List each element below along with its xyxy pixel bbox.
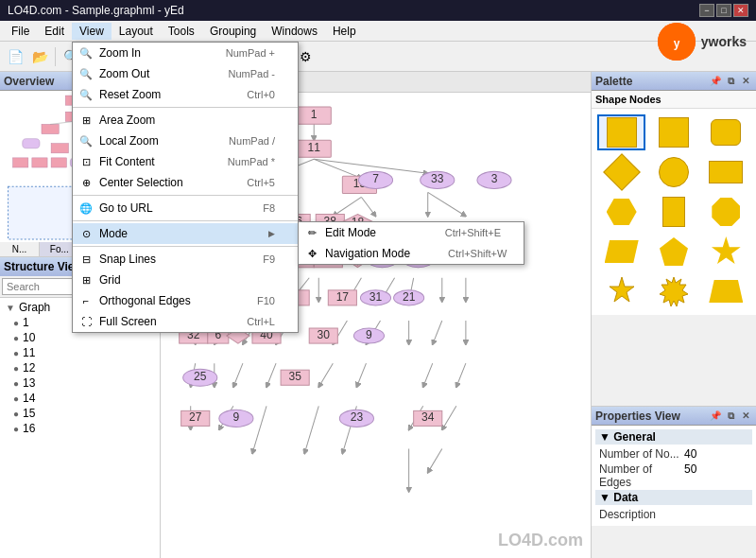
shape-para-icon bbox=[605, 240, 639, 263]
menu-zoom-out[interactable]: 🔍 Zoom Out NumPad - bbox=[73, 63, 298, 84]
menu-windows[interactable]: Windows bbox=[264, 23, 325, 40]
tree-node-icon-12: ● bbox=[13, 363, 19, 374]
shape-star6[interactable] bbox=[597, 273, 645, 309]
zoom-out-icon: 🔍 bbox=[78, 66, 94, 81]
maximize-button[interactable]: □ bbox=[716, 4, 731, 17]
shape-trapezoid[interactable] bbox=[702, 273, 750, 309]
svg-line-17 bbox=[50, 121, 74, 124]
svg-rect-10 bbox=[13, 158, 28, 167]
properties-title: Properties View bbox=[595, 410, 680, 423]
tree-label-graph: Graph bbox=[19, 301, 50, 314]
palette-title: Palette bbox=[595, 75, 632, 88]
menu-nav-mode[interactable]: ✥ Navigation Mode Ctrl+Shift+W bbox=[299, 243, 524, 264]
svg-line-69 bbox=[252, 406, 266, 453]
sep3 bbox=[73, 220, 298, 221]
svg-text:30: 30 bbox=[318, 328, 331, 341]
shape-rectangle-selected[interactable] bbox=[597, 114, 645, 150]
tree-item-13[interactable]: ● 13 bbox=[2, 375, 158, 391]
menu-edit-mode[interactable]: ✏ Edit Mode Ctrl+Shift+E bbox=[299, 222, 524, 243]
svg-line-74 bbox=[428, 449, 442, 473]
tree-item-16[interactable]: ● 16 bbox=[2, 421, 158, 436]
menu-tools[interactable]: Tools bbox=[161, 23, 202, 40]
open-button[interactable]: 📂 bbox=[28, 45, 51, 68]
sep2 bbox=[73, 195, 298, 196]
shape-circle[interactable] bbox=[649, 154, 697, 190]
menu-area-zoom[interactable]: ⊞ Area Zoom bbox=[73, 110, 298, 131]
watermark-text: LO4D.com bbox=[498, 531, 583, 549]
shape-star5[interactable] bbox=[702, 234, 750, 270]
shape-wide-icon bbox=[709, 161, 743, 183]
shape-circle-icon bbox=[659, 157, 689, 187]
shape-diamond[interactable] bbox=[597, 154, 645, 190]
shape-hexagon[interactable] bbox=[597, 194, 645, 230]
tree-label-15: 15 bbox=[23, 407, 35, 420]
tree-label-16: 16 bbox=[23, 422, 35, 435]
ortho-icon: ⌐ bbox=[78, 293, 94, 308]
general-section: ▼ General bbox=[595, 429, 752, 445]
menu-mode[interactable]: ⊙ Mode ✏ Edit Mode Ctrl+Shift+E ✥ Naviga… bbox=[73, 223, 298, 244]
palette-panel: Palette 📌 ⧉ ✕ Shape Nodes bbox=[592, 72, 756, 407]
shape-rectangle-2[interactable] bbox=[649, 114, 697, 150]
svg-text:3: 3 bbox=[491, 172, 498, 185]
tab-n[interactable]: N... bbox=[0, 242, 40, 256]
menu-zoom-in[interactable]: 🔍 Zoom In NumPad + bbox=[73, 43, 298, 63]
grid-menu-icon: ⊞ bbox=[78, 272, 94, 288]
palette-float-icon[interactable]: ⧉ bbox=[724, 75, 737, 88]
svg-text:27: 27 bbox=[189, 410, 202, 424]
local-zoom-icon: 🔍 bbox=[78, 133, 94, 148]
menu-orthogonal-edges[interactable]: ⌐ Orthogonal Edges F10 bbox=[73, 290, 298, 311]
shape-pentagon[interactable] bbox=[649, 234, 697, 270]
menu-grid[interactable]: ⊞ Grid bbox=[73, 270, 298, 290]
svg-line-62 bbox=[266, 363, 276, 387]
shape-star8-icon bbox=[658, 275, 690, 307]
props-float-icon[interactable]: ⧉ bbox=[724, 410, 737, 423]
menu-local-zoom[interactable]: 🔍 Local Zoom NumPad / bbox=[73, 131, 298, 151]
menu-file[interactable]: File bbox=[4, 23, 37, 40]
close-button[interactable]: ✕ bbox=[733, 4, 748, 17]
tree-label-11: 11 bbox=[23, 346, 35, 359]
menu-grouping[interactable]: Grouping bbox=[202, 23, 264, 40]
svg-rect-4 bbox=[42, 124, 59, 133]
menu-full-screen[interactable]: ⛶ Full Screen Ctrl+L bbox=[73, 311, 298, 332]
shape-octagon[interactable] bbox=[702, 194, 750, 230]
tree-item-15[interactable]: ● 15 bbox=[2, 406, 158, 421]
menu-edit[interactable]: Edit bbox=[37, 23, 72, 40]
tree-node-icon-1: ● bbox=[13, 318, 19, 328]
menu-snap-lines[interactable]: ⊟ Snap Lines F9 bbox=[73, 249, 298, 270]
shape-rounded-rect[interactable] bbox=[702, 114, 750, 150]
shape-tall-icon bbox=[662, 197, 685, 227]
tree-node-icon-13: ● bbox=[13, 378, 19, 389]
palette-pin-icon[interactable]: 📌 bbox=[709, 75, 722, 88]
menu-center-selection[interactable]: ⊕ Center Selection Ctrl+5 bbox=[73, 172, 298, 193]
title-bar-controls: − □ ✕ bbox=[699, 4, 748, 17]
svg-rect-7 bbox=[51, 144, 68, 153]
shape-rect-tall[interactable] bbox=[649, 194, 697, 230]
palette-close-icon[interactable]: ✕ bbox=[739, 75, 752, 88]
new-button[interactable]: 📄 bbox=[4, 45, 26, 68]
shape-parallelogram[interactable] bbox=[597, 234, 645, 270]
minimize-button[interactable]: − bbox=[699, 4, 714, 17]
props-close-icon[interactable]: ✕ bbox=[739, 410, 752, 423]
svg-rect-11 bbox=[32, 158, 47, 167]
menu-help[interactable]: Help bbox=[325, 23, 364, 40]
mode-submenu: ✏ Edit Mode Ctrl+Shift+E ✥ Navigation Mo… bbox=[298, 221, 524, 265]
tree-item-12[interactable]: ● 12 bbox=[2, 360, 158, 375]
shape-rect-wide[interactable] bbox=[702, 154, 750, 190]
svg-text:25: 25 bbox=[194, 370, 207, 383]
title-bar: LO4D.com - Sample.graphml - yEd − □ ✕ bbox=[0, 0, 756, 21]
menu-view[interactable]: View bbox=[72, 23, 112, 40]
props-pin-icon[interactable]: 📌 bbox=[709, 410, 722, 423]
tree-item-11[interactable]: ● 11 bbox=[2, 345, 158, 360]
menu-reset-zoom[interactable]: 🔍 Reset Zoom Ctrl+0 bbox=[73, 84, 298, 105]
menu-go-to-url[interactable]: 🌐 Go to URL F8 bbox=[73, 198, 298, 218]
menu-fit-content[interactable]: ⊡ Fit Content NumPad * bbox=[73, 151, 298, 172]
area-zoom-icon: ⊞ bbox=[78, 113, 94, 128]
fullscreen-icon: ⛶ bbox=[78, 314, 94, 329]
menu-layout[interactable]: Layout bbox=[112, 23, 161, 40]
svg-text:31: 31 bbox=[369, 290, 383, 304]
svg-line-73 bbox=[442, 406, 456, 429]
shape-star8[interactable] bbox=[649, 273, 697, 309]
shape-round-icon bbox=[711, 119, 741, 146]
data-section: ▼ Data bbox=[595, 490, 752, 505]
tree-item-14[interactable]: ● 14 bbox=[2, 391, 158, 406]
